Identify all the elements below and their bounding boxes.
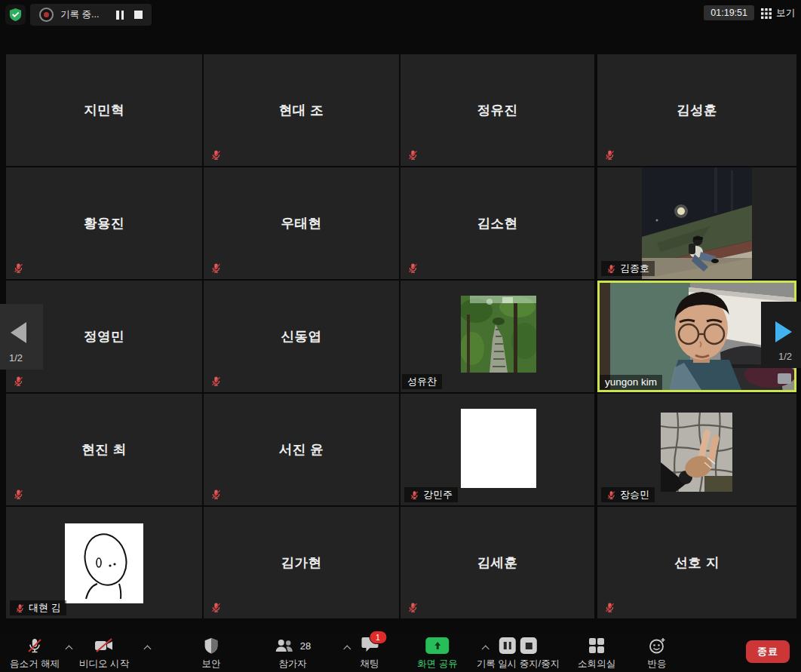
mic-muted-icon <box>604 602 615 613</box>
participant-tile[interactable]: 대현 김 <box>6 507 202 618</box>
participant-name: 현대 조 <box>204 54 399 166</box>
mic-muted-icon <box>13 376 24 387</box>
participant-name: 지민혁 <box>6 54 202 166</box>
participant-name: 현진 최 <box>6 394 202 505</box>
unmute-button[interactable]: 음소거 해제 <box>10 635 60 670</box>
participant-name: yungon kim <box>605 376 657 388</box>
participant-tile[interactable]: 우태현 <box>204 167 399 279</box>
participant-tile[interactable]: 김소현 <box>400 167 594 279</box>
participant-tile[interactable]: 지민혁 <box>6 54 202 166</box>
participant-tile[interactable]: 정유진 <box>400 54 594 166</box>
participant-name: 우태현 <box>204 167 399 279</box>
participant-avatar-doodle <box>65 523 143 603</box>
participant-name: 성유찬 <box>407 376 437 388</box>
pause-recording-icon[interactable] <box>116 11 124 20</box>
next-page-button[interactable]: 1/2 <box>761 302 801 368</box>
start-video-label: 비디오 시작 <box>79 658 129 670</box>
participant-tile[interactable]: 장승민 <box>597 394 796 505</box>
security-button[interactable]: 보안 <box>202 635 221 670</box>
stop-recording-icon[interactable] <box>134 11 143 19</box>
participants-button[interactable]: 28 참가자 <box>275 635 311 670</box>
reactions-label: 반응 <box>648 658 667 670</box>
mic-muted-icon <box>13 489 24 500</box>
participant-tile[interactable]: 서진 윤 <box>204 394 399 505</box>
participant-tile[interactable]: 김세훈 <box>400 507 594 618</box>
participant-nameplate: 대현 김 <box>10 600 66 615</box>
video-off-icon <box>94 637 115 654</box>
participant-tile[interactable]: 강민주 <box>400 394 594 505</box>
participant-name: 선호 지 <box>597 507 796 618</box>
participant-name: 김세훈 <box>400 507 594 618</box>
recording-controls-button[interactable]: 기록 일시 중지/중지 <box>477 635 560 670</box>
chat-unread-badge: 1 <box>369 631 387 644</box>
mic-muted-icon <box>210 376 222 387</box>
reactions-button[interactable]: 반응 <box>648 635 667 670</box>
chat-button[interactable]: 1 채팅 <box>361 635 379 670</box>
participant-name: 대현 김 <box>29 602 61 614</box>
participant-avatar-white-square <box>461 409 536 488</box>
participant-name: 정유진 <box>400 54 594 166</box>
mic-muted-icon <box>606 264 616 274</box>
mic-muted-icon <box>407 262 419 274</box>
participant-tile[interactable]: 성유찬 <box>400 281 594 392</box>
participant-name: 강민주 <box>423 489 453 501</box>
meeting-toolbar: 음소거 해제 비디오 시작 보안 <box>0 632 801 672</box>
meeting-info-shield-button[interactable] <box>5 5 26 25</box>
security-label: 보안 <box>202 658 221 670</box>
grid-view-icon <box>761 8 772 19</box>
recording-dot-icon <box>39 8 54 22</box>
page-indicator: 1/2 <box>778 351 792 362</box>
page-indicator: 1/2 <box>9 352 23 364</box>
share-screen-icon <box>425 637 449 654</box>
participant-tile[interactable]: 황용진 <box>6 167 202 279</box>
mic-muted-icon <box>15 603 25 613</box>
mic-muted-icon <box>210 489 222 500</box>
participant-tile[interactable]: 김성훈 <box>597 54 796 166</box>
participants-count: 28 <box>300 640 311 652</box>
view-label: 보기 <box>776 7 795 20</box>
unmute-label: 음소거 해제 <box>10 658 60 670</box>
start-video-button[interactable]: 비디오 시작 <box>79 635 129 670</box>
participant-name: 장승민 <box>620 489 649 501</box>
participant-name: 김성훈 <box>597 54 796 166</box>
recording-controls-label: 기록 일시 중지/중지 <box>477 658 560 670</box>
share-screen-label: 화면 공유 <box>417 658 457 670</box>
participant-name: 김소현 <box>400 167 594 279</box>
participant-tile[interactable]: 신동엽 <box>204 281 399 392</box>
participant-tile[interactable]: 김가현 <box>204 507 399 618</box>
mic-muted-icon <box>407 602 419 613</box>
arrow-right-icon <box>775 321 792 342</box>
participant-name: 김가현 <box>204 507 399 618</box>
meeting-timer: 01:19:51 <box>704 5 754 20</box>
participant-video-garden-path <box>461 296 536 373</box>
mic-options-chevron[interactable] <box>66 645 72 652</box>
share-screen-button[interactable]: 화면 공유 <box>417 635 457 670</box>
participant-nameplate: 성유찬 <box>402 374 442 389</box>
view-button[interactable]: 보기 <box>761 7 795 20</box>
participant-tile[interactable]: 선호 지 <box>597 507 796 618</box>
chat-label: 채팅 <box>361 658 379 670</box>
participant-tile[interactable]: 현대 조 <box>204 54 399 166</box>
end-meeting-button[interactable]: 종료 <box>746 640 790 663</box>
mic-muted-icon <box>210 262 222 274</box>
video-options-chevron[interactable] <box>144 645 151 652</box>
participant-tile[interactable]: 김종호 <box>597 167 796 279</box>
mic-muted-icon <box>604 149 615 161</box>
participant-name: 황용진 <box>6 167 202 279</box>
participant-nameplate: 강민주 <box>404 487 458 502</box>
participants-icon <box>275 638 294 653</box>
participant-nameplate: yungon kim <box>600 375 662 390</box>
participant-name: 서진 윤 <box>204 394 399 505</box>
mic-muted-icon <box>210 602 222 613</box>
participant-tile[interactable]: 현진 최 <box>6 394 202 505</box>
participants-options-chevron[interactable] <box>344 645 351 652</box>
pause-recording-icon[interactable] <box>499 637 516 654</box>
previous-page-button[interactable]: 1/2 <box>0 304 43 370</box>
participant-nameplate: 김종호 <box>601 261 655 276</box>
participant-name: 신동엽 <box>204 281 399 392</box>
recording-label: 기록 중... <box>60 8 99 21</box>
mic-muted-icon <box>26 637 44 655</box>
breakout-rooms-button[interactable]: 소회의실 <box>578 635 615 670</box>
arrow-left-icon <box>11 322 26 343</box>
stop-recording-icon[interactable] <box>520 637 537 654</box>
